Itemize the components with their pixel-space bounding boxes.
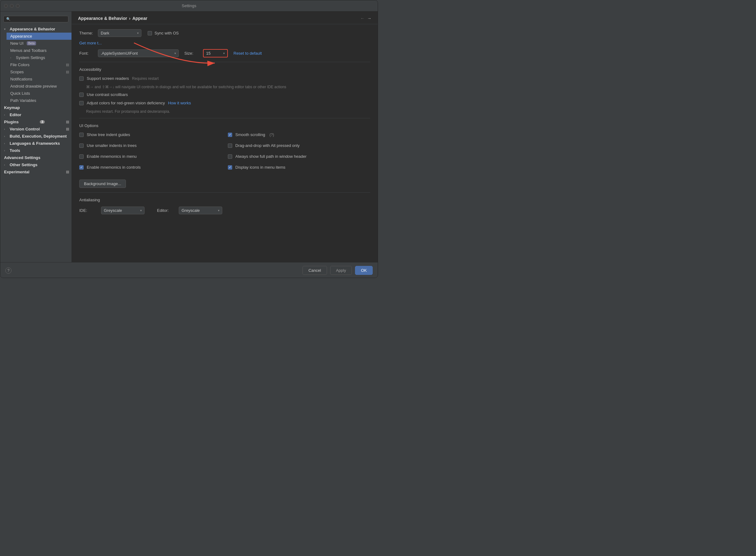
screen-readers-label: Support screen readers [87,76,129,81]
sidebar-item-menus-toolbars[interactable]: Menus and Toolbars [6,47,71,54]
sidebar-item-scopes[interactable]: Scopes ▤ [6,68,71,75]
sidebar-item-other-settings[interactable]: › Other Settings [0,161,71,168]
screen-readers-note: Requires restart [132,76,159,81]
smooth-scrolling-checkbox[interactable] [228,133,232,137]
sidebar-item-tools[interactable]: › Tools [0,147,71,154]
smaller-indents-row: Use smaller indents in trees [79,143,222,148]
back-arrow[interactable]: ← [360,16,365,21]
antialiasing-editor-label: Editor: [157,208,172,213]
sidebar-item-notifications[interactable]: Notifications [6,75,71,82]
help-icon-label: ? [7,268,10,273]
apply-button[interactable]: Apply [330,266,352,275]
ui-options-title: UI Options [79,123,370,129]
full-path-checkbox[interactable] [228,154,232,159]
chevron-right-icon: › [4,113,8,116]
forward-arrow[interactable]: → [367,16,371,21]
mnemonics-menu-row: Enable mnemonics in menu [79,154,222,159]
font-row: Font: .AppleSystemUIFont ▾ Size: 15 ▾ Re… [79,49,370,58]
search-input-container[interactable]: 🔍 [3,16,68,22]
mnemonics-controls-label: Enable mnemonics in controls [87,165,140,170]
theme-label: Theme: [79,31,95,35]
page-icon: ▤ [66,170,69,174]
sidebar-item-build-execution[interactable]: › Build, Execution, Deployment [0,133,71,140]
mnemonics-menu-checkbox[interactable] [79,154,84,159]
sidebar-item-android-drawable[interactable]: Android drawable preview [6,82,71,90]
drag-drop-label: Drag-and-drop with Alt pressed only [235,143,300,148]
size-select[interactable]: 15 ▾ [203,49,228,58]
sidebar-item-label: Other Settings [10,163,38,167]
accessibility-divider [79,62,370,62]
sidebar-item-version-control[interactable]: › Version Control ▤ [0,126,71,133]
screen-readers-desc-text: ⌘→ and ⇧⌘→↓ will navigate UI controls in… [86,85,286,89]
help-button[interactable]: ? [5,268,11,274]
page-icon: ▤ [66,70,69,74]
content-area: Appearance & Behavior › Appear ← → Theme… [72,11,378,262]
ok-button[interactable]: OK [355,266,373,275]
size-label: Size: [184,51,200,56]
reset-to-default-link[interactable]: Reset to default [233,51,262,56]
sidebar-item-label: Notifications [10,77,32,81]
search-bar-wrap: 🔍 [0,14,71,26]
maximize-button[interactable] [16,4,20,8]
sidebar-item-appearance-behavior[interactable]: ▾ Appearance & Behavior [0,26,71,33]
smaller-indents-checkbox[interactable] [79,143,84,148]
accessibility-title: Accessibility [79,67,370,73]
sidebar-item-advanced-settings[interactable]: Advanced Settings [0,154,71,161]
close-button[interactable] [4,4,8,8]
adjust-colors-checkbox[interactable] [79,101,84,105]
ui-options-grid: Show tree indent guides Smooth scrolling… [79,132,370,173]
sidebar-item-appearance[interactable]: Appearance [6,33,71,40]
antialiasing-editor-select[interactable]: Greyscale ▾ [179,207,222,214]
screen-readers-checkbox[interactable] [79,76,84,81]
font-label: Font: [79,51,95,56]
content-body: Theme: Dark ▾ Sync with OS Get more t...… [72,24,378,219]
how-it-works-link[interactable]: How it works [168,101,191,105]
sidebar-item-label: File Colors [10,63,30,67]
contrast-scrollbars-checkbox[interactable] [79,93,84,97]
full-path-row: Always show full path in window header [228,154,370,159]
smaller-indents-label: Use smaller indents in trees [87,143,136,148]
sync-os-label: Sync with OS [155,31,179,35]
get-more-link[interactable]: Get more t... [79,41,102,45]
cancel-button[interactable]: Cancel [302,266,327,275]
content-header: Appearance & Behavior › Appear ← → [72,11,378,24]
sidebar-item-label: Android drawable preview [10,84,57,89]
sidebar-item-languages-frameworks[interactable]: › Languages & Frameworks [0,140,71,147]
sidebar-item-label: Build, Execution, Deployment [10,134,67,139]
nav-arrows: ← → [360,16,371,21]
theme-select[interactable]: Dark ▾ [98,29,141,37]
display-icons-checkbox[interactable] [228,165,232,170]
sidebar-item-label: Menus and Toolbars [10,48,46,53]
background-image-button[interactable]: Background Image... [79,179,126,188]
help-icon-inline: (?) [269,133,274,137]
sidebar-item-label: Editor [10,112,22,117]
sidebar-item-new-ui[interactable]: New UI Beta [6,40,71,47]
drag-drop-checkbox[interactable] [228,143,232,148]
drag-drop-row: Drag-and-drop with Alt pressed only [228,143,370,148]
sidebar-item-experimental[interactable]: Experimental ▤ [0,168,71,175]
sidebar-item-quick-lists[interactable]: Quick Lists [6,90,71,97]
page-icon: ▤ [66,120,69,124]
mnemonics-controls-checkbox[interactable] [79,165,84,170]
sidebar-item-plugins[interactable]: Plugins 3 ▤ [0,118,71,126]
ui-options-divider [79,118,370,118]
get-more-link-row: Get more t... [79,41,370,45]
sidebar-item-label: New UI [10,41,24,46]
sync-os-checkbox[interactable] [147,31,152,35]
sidebar-item-path-variables[interactable]: Path Variables [6,97,71,104]
sidebar-item-editor[interactable]: › Editor [0,111,71,118]
antialiasing-divider [79,192,370,193]
minimize-button[interactable] [10,4,14,8]
screen-readers-row: Support screen readers Requires restart [79,76,370,81]
show-tree-checkbox[interactable] [79,133,84,137]
chevron-down-icon: ▾ [223,51,225,55]
plugins-badge: 3 [40,120,45,124]
sidebar-item-file-colors[interactable]: File Colors ▤ [6,61,71,68]
antialiasing-ide-select[interactable]: Greyscale ▾ [101,207,144,214]
sidebar-item-label: Plugins [4,119,19,124]
sidebar-item-keymap[interactable]: Keymap [0,104,71,111]
chevron-right-icon: › [4,128,8,131]
font-select[interactable]: .AppleSystemUIFont ▾ [98,49,179,57]
sidebar-item-system-settings[interactable]: › System Settings [6,54,71,61]
sidebar-item-label: Advanced Settings [4,155,40,160]
